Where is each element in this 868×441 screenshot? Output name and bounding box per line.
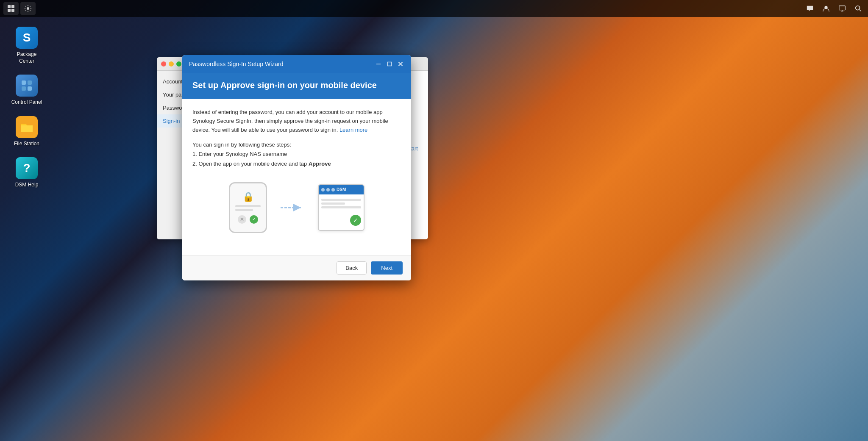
- dsm-help-icon-image: ?: [16, 157, 38, 179]
- svg-rect-13: [388, 62, 392, 66]
- wizard-step1: 1. Enter your Synology NAS username: [192, 150, 401, 159]
- phone-mockup: 🔒 ✕ ✓: [229, 182, 267, 233]
- wizard-steps-intro: You can sign in by following these steps…: [192, 140, 401, 150]
- file-station-label: File Station: [14, 141, 39, 147]
- taskbar-left: [3, 2, 36, 15]
- svg-rect-2: [8, 9, 11, 12]
- chat-icon[interactable]: [804, 2, 816, 15]
- svg-rect-10: [22, 86, 26, 91]
- bg-window-minimize-dot: [169, 61, 174, 67]
- back-button[interactable]: Back: [337, 261, 367, 275]
- user-icon[interactable]: [820, 2, 832, 15]
- package-center-icon-image: S: [16, 27, 38, 49]
- bg-window-close-dot: [161, 61, 166, 67]
- svg-rect-12: [376, 64, 381, 65]
- svg-rect-11: [28, 86, 32, 91]
- monitor-icon[interactable]: [836, 2, 849, 15]
- dsm-window-mockup: DSM ✓: [318, 184, 364, 231]
- wizard-title: Passwordless Sign-In Setup Wizard: [189, 61, 284, 67]
- svg-rect-0: [8, 5, 11, 8]
- dsm-help-label: DSM Help: [15, 182, 39, 189]
- wizard-modal: Passwordless Sign-In Setup Wizard Set up…: [182, 55, 411, 280]
- phone-approve-button: ✓: [250, 215, 258, 224]
- package-center-label: Package Center: [9, 51, 44, 64]
- control-panel-label: Control Panel: [11, 99, 42, 106]
- wizard-header: Passwordless Sign-In Setup Wizard: [182, 55, 411, 73]
- svg-rect-3: [11, 9, 14, 12]
- dsm-body: ✓: [319, 194, 364, 228]
- search-icon[interactable]: [852, 2, 865, 15]
- show-desktop-button[interactable]: [3, 2, 19, 15]
- phone-action-buttons: ✕ ✓: [238, 215, 258, 224]
- wizard-body: Instead of entering the password, you ca…: [182, 99, 411, 255]
- dsm-line-3: [321, 206, 361, 208]
- wizard-steps: You can sign in by following these steps…: [192, 140, 401, 168]
- svg-rect-9: [28, 80, 32, 85]
- next-button[interactable]: Next: [371, 261, 403, 275]
- dsm-check-badge: ✓: [350, 215, 361, 226]
- svg-rect-6: [839, 6, 845, 10]
- dsm-titlebar: DSM: [319, 185, 364, 194]
- dsm-line-1: [321, 199, 361, 201]
- wizard-header-controls: [375, 60, 404, 68]
- phone-reject-button: ✕: [238, 215, 246, 224]
- wizard-close-button[interactable]: [397, 60, 404, 68]
- wizard-description: Instead of entering the password, you ca…: [192, 108, 401, 134]
- wizard-step2: 2. Open the app on your mobile device an…: [192, 159, 401, 169]
- svg-point-4: [27, 7, 29, 10]
- wizard-footer: Back Next: [182, 255, 411, 280]
- wizard-illustration: 🔒 ✕ ✓: [192, 178, 401, 237]
- wizard-banner-title: Set up Approve sign-in on your mobile de…: [192, 80, 401, 90]
- dsm-line-2: [321, 202, 345, 205]
- arrow-right-icon: [280, 202, 305, 213]
- desktop-background: [0, 0, 868, 441]
- wizard-banner: Set up Approve sign-in on your mobile de…: [182, 73, 411, 99]
- desktop-icon-file-station[interactable]: File Station: [8, 113, 46, 151]
- wizard-minimize-button[interactable]: [375, 60, 382, 68]
- desktop-icon-package-center[interactable]: S Package Center: [8, 23, 46, 68]
- svg-rect-8: [22, 80, 26, 85]
- svg-point-7: [856, 6, 860, 10]
- phone-content-lines: [235, 205, 261, 211]
- desktop-icons: S Package Center Control Panel File Stat…: [8, 23, 46, 192]
- bg-window-maximize-dot: [176, 61, 181, 67]
- dsm-dot-3: [331, 188, 335, 191]
- control-panel-icon-image: [16, 75, 38, 97]
- desktop-icon-dsm-help[interactable]: ? DSM Help: [8, 154, 46, 192]
- taskbar-settings-button[interactable]: [20, 2, 36, 15]
- learn-more-link[interactable]: Learn more: [339, 127, 367, 133]
- file-station-icon-image: [16, 116, 38, 138]
- dsm-dot-2: [326, 188, 330, 191]
- phone-line-1: [235, 205, 261, 207]
- desktop-icon-control-panel[interactable]: Control Panel: [8, 71, 46, 109]
- wizard-maximize-button[interactable]: [386, 60, 393, 68]
- svg-rect-1: [11, 5, 14, 8]
- dsm-dot-1: [321, 188, 325, 191]
- taskbar: [0, 0, 868, 17]
- lock-icon: 🔒: [242, 191, 254, 202]
- taskbar-right: [804, 2, 865, 15]
- dsm-window-label: DSM: [337, 187, 346, 192]
- phone-line-2: [235, 209, 253, 211]
